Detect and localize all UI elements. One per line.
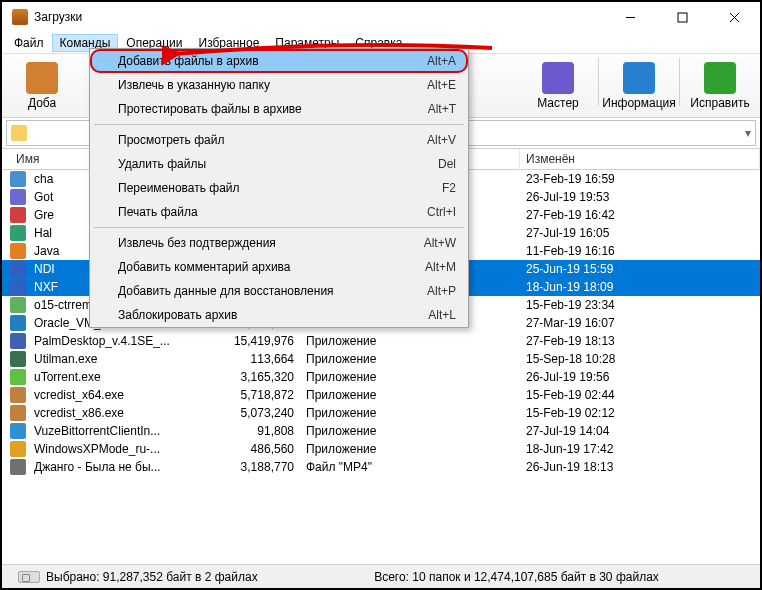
table-row[interactable]: WindowsXPMode_ru-...486,560Приложение18-… (2, 440, 760, 458)
menu-item-label: Извлечь в указанную папку (118, 78, 427, 92)
menu-item-shortcut: Alt+A (427, 54, 456, 68)
info-icon[interactable]: Информация (603, 58, 675, 114)
table-row[interactable]: PalmDesktop_v.4.1SE_...15,419,976Приложе… (2, 332, 760, 350)
menu-item-label: Заблокировать архив (118, 308, 428, 322)
menu-item-label: Добавить данные для восстановления (118, 284, 427, 298)
menu-item-label: Добавить файлы в архив (118, 54, 427, 68)
menu-файл[interactable]: Файл (6, 34, 52, 52)
table-row[interactable]: vcredist_x64.exe5,718,872Приложение15-Fe… (2, 386, 760, 404)
menu-item[interactable]: Заблокировать архивAlt+L (90, 303, 468, 327)
wizard-icon[interactable]: Мастер (522, 58, 594, 114)
file-icon (10, 333, 26, 349)
repair-icon (704, 62, 736, 94)
cell-size: 5,718,872 (226, 388, 300, 402)
cell-size: 15,419,976 (226, 334, 300, 348)
cell-type: Приложение (300, 406, 520, 420)
commands-menu: Добавить файлы в архивAlt+AИзвлечь в ука… (89, 48, 469, 328)
toolbar-label: Мастер (537, 96, 579, 110)
menu-item-shortcut: Alt+L (428, 308, 456, 322)
col-modified[interactable]: Изменён (520, 149, 760, 169)
cell-type: Приложение (300, 424, 520, 438)
cell-modified: 15-Feb-19 02:12 (520, 406, 760, 420)
menu-item-label: Удалить файлы (118, 157, 438, 171)
cell-size: 91,808 (226, 424, 300, 438)
cell-type: Файл "MP4" (300, 460, 520, 474)
menu-item[interactable]: Добавить файлы в архивAlt+A (90, 49, 468, 73)
title-bar: Загрузки (2, 2, 760, 32)
window-title: Загрузки (34, 10, 608, 24)
cell-name: vcredist_x64.exe (28, 388, 226, 402)
cell-modified: 26-Jul-19 19:53 (520, 190, 760, 204)
cell-name: WindowsXPMode_ru-... (28, 442, 226, 456)
menu-item[interactable]: Печать файлаCtrl+I (90, 200, 468, 224)
cell-modified: 15-Feb-19 02:44 (520, 388, 760, 402)
table-row[interactable]: vcredist_x86.exe5,073,240Приложение15-Fe… (2, 404, 760, 422)
menu-item[interactable]: Переименовать файлF2 (90, 176, 468, 200)
close-button[interactable] (712, 4, 756, 30)
maximize-button[interactable] (660, 4, 704, 30)
folder-icon (11, 125, 27, 141)
menu-item-shortcut: Alt+E (427, 78, 456, 92)
table-row[interactable]: VuzeBittorrentClientIn...91,808Приложени… (2, 422, 760, 440)
cell-type: Приложение (300, 352, 520, 366)
menu-item[interactable]: Удалить файлыDel (90, 152, 468, 176)
cell-modified: 23-Feb-19 16:59 (520, 172, 760, 186)
dropdown-icon[interactable]: ▾ (745, 126, 751, 140)
file-icon (10, 279, 26, 295)
menu-item[interactable]: Извлечь без подтвержденияAlt+W (90, 231, 468, 255)
menu-item-label: Просмотреть файл (118, 133, 427, 147)
archive-add-icon[interactable]: Доба (6, 58, 78, 114)
file-icon (10, 315, 26, 331)
menu-item-shortcut: Alt+P (427, 284, 456, 298)
cell-size: 113,664 (226, 352, 300, 366)
menu-item-shortcut: Alt+T (428, 102, 456, 116)
cell-type: Приложение (300, 370, 520, 384)
file-icon (10, 369, 26, 385)
table-row[interactable]: Джанго - Была не бы...3,188,770Файл "MP4… (2, 458, 760, 476)
cell-modified: 27-Jul-19 16:05 (520, 226, 760, 240)
cell-modified: 11-Feb-19 16:16 (520, 244, 760, 258)
minimize-button[interactable] (608, 4, 652, 30)
menu-item[interactable]: Протестировать файлы в архивеAlt+T (90, 97, 468, 121)
file-icon (10, 423, 26, 439)
cell-modified: 25-Jun-19 15:59 (520, 262, 760, 276)
menu-item[interactable]: Просмотреть файлAlt+V (90, 128, 468, 152)
file-icon (10, 405, 26, 421)
cell-size: 5,073,240 (226, 406, 300, 420)
cell-modified: 26-Jul-19 19:56 (520, 370, 760, 384)
menu-item-shortcut: F2 (442, 181, 456, 195)
repair-icon[interactable]: Исправить (684, 58, 756, 114)
cell-modified: 27-Feb-19 16:42 (520, 208, 760, 222)
file-icon (10, 459, 26, 475)
menu-item-label: Протестировать файлы в архиве (118, 102, 428, 116)
cell-size: 3,188,770 (226, 460, 300, 474)
cell-name: uTorrent.exe (28, 370, 226, 384)
table-row[interactable]: uTorrent.exe3,165,320Приложение26-Jul-19… (2, 368, 760, 386)
file-icon (10, 225, 26, 241)
cell-name: PalmDesktop_v.4.1SE_... (28, 334, 226, 348)
info-icon (623, 62, 655, 94)
menu-item[interactable]: Добавить комментарий архиваAlt+M (90, 255, 468, 279)
menu-item-label: Извлечь без подтверждения (118, 236, 424, 250)
table-row[interactable]: Utilman.exe113,664Приложение15-Sep-18 10… (2, 350, 760, 368)
menu-item[interactable]: Извлечь в указанную папкуAlt+E (90, 73, 468, 97)
toolbar-label: Информация (602, 96, 675, 110)
menu-item-label: Добавить комментарий архива (118, 260, 425, 274)
file-icon (10, 189, 26, 205)
app-icon (12, 9, 28, 25)
drive-icon (18, 571, 40, 583)
archive-add-icon (26, 62, 58, 94)
file-icon (10, 351, 26, 367)
menu-item[interactable]: Добавить данные для восстановленияAlt+P (90, 279, 468, 303)
menu-item-shortcut: Alt+V (427, 133, 456, 147)
cell-type: Приложение (300, 334, 520, 348)
cell-name: VuzeBittorrentClientIn... (28, 424, 226, 438)
menu-item-label: Переименовать файл (118, 181, 442, 195)
file-icon (10, 171, 26, 187)
status-selection: Выбрано: 91,287,352 байт в 2 файлах (46, 570, 258, 584)
status-bar: Выбрано: 91,287,352 байт в 2 файлах Всег… (2, 564, 760, 588)
file-icon (10, 441, 26, 457)
cell-size: 486,560 (226, 442, 300, 456)
cell-modified: 27-Jul-19 14:04 (520, 424, 760, 438)
cell-modified: 26-Jun-19 18:13 (520, 460, 760, 474)
